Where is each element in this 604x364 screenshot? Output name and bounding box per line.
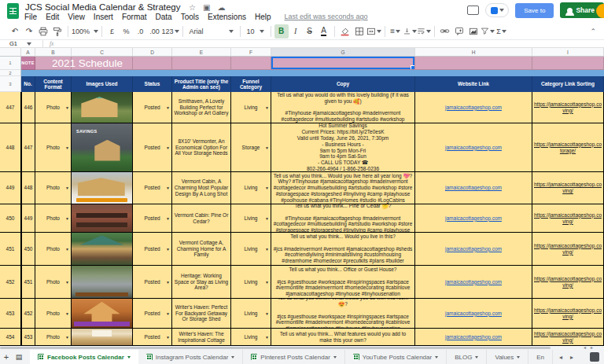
note-cell[interactable]: NOTE [21,57,35,70]
schedule-cell-h1[interactable] [415,57,532,70]
schedule-cell-i1[interactable] [532,57,604,70]
menu-edit[interactable]: Edit [46,13,59,21]
text-wrap-button[interactable] [417,24,431,39]
website-link-cell[interactable]: jamaicacottageshop.com [415,266,532,299]
website-link[interactable]: jamaicacottageshop.com [445,334,502,340]
no-cell[interactable]: 449 [21,204,35,233]
italic-button[interactable]: I [289,24,303,39]
dropdown-arrow-icon[interactable]: ▼ [265,216,269,221]
content-format-cell[interactable]: Photo▼ [35,172,72,204]
menu-file[interactable]: File [24,13,37,21]
insert-link-button[interactable] [438,24,452,39]
status-cell[interactable]: Posted▼ [133,329,172,346]
select-all-corner[interactable] [0,48,21,57]
schedule-cell-f1[interactable] [231,57,271,70]
images-used-cell[interactable]: SAVINGS [72,123,133,172]
content-format-cell[interactable]: Photo▼ [35,266,72,299]
row-header-3[interactable]: 3 [0,76,21,92]
website-link-cell[interactable]: jamaicacottageshop.com [415,204,532,233]
collapse-toolbar-icon[interactable]: ⌃ [590,28,596,35]
dropdown-arrow-icon[interactable]: ▼ [265,105,269,110]
zoom-select[interactable]: 100% [72,24,98,39]
row-header[interactable]: 448 [0,123,21,172]
col-header-c[interactable]: C [72,48,133,57]
dropdown-arrow-icon[interactable]: ▼ [265,145,269,150]
filter-button[interactable] [481,24,495,39]
col-header-d[interactable]: D [133,48,172,57]
format-percent-button[interactable]: % [120,24,134,39]
sheets-logo-icon[interactable] [7,3,19,19]
tab-menu-icon[interactable] [475,356,478,358]
copy-cell[interactable]: Tell us what you think... Would you live… [271,172,415,204]
menu-help[interactable]: Help [255,13,271,21]
funnel-category-cell[interactable]: Storage▼ [231,123,271,172]
funnel-category-cell[interactable]: Living▼ [231,299,271,329]
category-link-cell[interactable]: https://jamaicacottageshop.co ving/ [532,329,604,346]
horizontal-align-button[interactable]: ≡ [389,24,403,39]
dropdown-arrow-icon[interactable]: ▼ [65,145,69,150]
no-cell[interactable]: 448 [21,172,35,204]
dropdown-arrow-icon[interactable]: ▼ [166,247,170,252]
status-cell[interactable]: Posted▼ [133,233,172,266]
menu-tools[interactable]: Tools [181,13,199,21]
save-to-button[interactable]: Save to [515,3,554,18]
category-link-cell[interactable]: https://jamaicacottageshop.co ving/ [532,92,604,123]
product-title-cell[interactable]: Writer's Haven: The Inspirational Cottag… [172,329,231,346]
no-cell[interactable]: 453 [21,329,35,346]
dropdown-arrow-icon[interactable]: ▼ [65,216,69,221]
content-format-cell[interactable]: Photo▼ [35,92,72,123]
images-used-cell[interactable] [72,329,133,346]
copy-cell[interactable]: Tell us what you think... What features … [271,329,415,346]
scrollbar-thumb[interactable] [0,347,551,349]
selected-cell-g1[interactable] [271,57,415,70]
tab-menu-icon[interactable] [127,356,131,358]
merge-cells-button[interactable] [366,24,381,39]
category-link-cell[interactable]: https://jamaicacottageshop.co ving/ [532,233,604,266]
website-link[interactable]: jamaicacottageshop.com [445,145,502,151]
redo-button[interactable]: ↷ [22,24,36,39]
status-cell[interactable]: Posted▼ [133,172,172,204]
copy-cell[interactable]: Tell us what you think... Office or Gues… [271,266,415,299]
all-sheets-button[interactable]: ▤ [13,353,25,361]
insert-image-button[interactable] [466,24,481,39]
col-header-h[interactable]: H [415,48,532,57]
tab-scroll-left-icon[interactable]: ◂ [559,354,562,361]
menu-format[interactable]: Format [122,13,147,21]
scrollbar-arrows[interactable]: ◂▸ [584,344,598,350]
website-link-cell[interactable]: jamaicacottageshop.com [415,299,532,329]
dropdown-arrow-icon[interactable]: ▼ [65,335,69,340]
status-cell[interactable]: Posted▼ [133,299,172,329]
website-link[interactable]: jamaicacottageshop.com [445,215,502,222]
format-currency-button[interactable]: £ [105,24,120,39]
no-cell[interactable]: 452 [21,299,35,329]
funnel-category-cell[interactable]: Living▼ [231,329,271,346]
dropdown-arrow-icon[interactable]: ▼ [265,311,269,316]
tab-scroll-right-icon[interactable]: ▸ [570,354,573,361]
blue-band[interactable] [21,70,604,76]
row-header-1[interactable]: 1 [0,57,21,70]
sheet-tab-facebook[interactable]: Facebook Posts Calendar [30,350,138,364]
schedule-cell-e1[interactable] [172,57,231,70]
col-header-f[interactable]: F [231,48,271,57]
content-format-cell[interactable]: Photo▼ [35,123,72,172]
copy-cell[interactable]: Tell us what you would do with this love… [271,92,415,123]
menu-extensions[interactable]: Extensions [208,13,246,21]
product-title-cell[interactable]: Vermont Cabin, A Charming Most Popular D… [172,172,231,204]
row-header[interactable]: 453 [0,299,21,329]
content-format-cell[interactable]: Photo▼ [35,299,72,329]
vertical-align-button[interactable] [403,24,417,39]
insert-comment-button[interactable] [452,24,466,39]
paint-format-button[interactable] [50,24,64,39]
funnel-category-cell[interactable]: Living▼ [231,92,271,123]
name-box[interactable]: G1 [0,40,43,47]
category-link-cell[interactable]: https://jamaicacottageshop.co ving/ [532,266,604,299]
explore-button[interactable] [590,352,599,362]
row-header[interactable]: 454 [0,329,21,346]
menu-view[interactable]: View [68,13,85,21]
dropdown-arrow-icon[interactable]: ▼ [65,105,69,110]
no-cell[interactable]: 446 [21,92,35,123]
images-used-cell[interactable] [72,299,133,329]
decrease-decimal-button[interactable]: .0 [134,24,148,39]
funnel-category-cell[interactable]: Living▼ [231,172,271,204]
undo-button[interactable]: ↶ [8,24,22,39]
